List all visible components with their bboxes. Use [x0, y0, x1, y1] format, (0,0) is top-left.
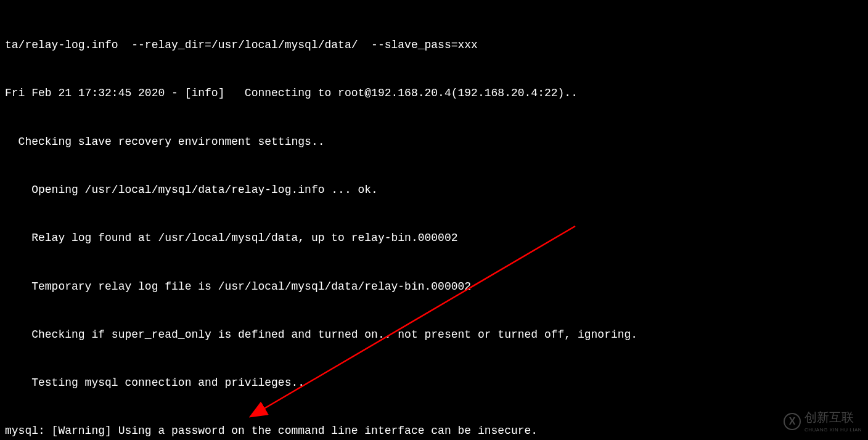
terminal-line: mysql: [Warning] Using a password on the… [5, 423, 863, 439]
terminal-line: Relay log found at /usr/local/mysql/data… [5, 230, 863, 246]
watermark: X 创新互联 CHUANG XIN HU LIAN [784, 409, 862, 434]
terminal-line: ta/relay-log.info --relay_dir=/usr/local… [5, 37, 863, 53]
terminal-line: Checking slave recovery environment sett… [5, 134, 863, 150]
terminal-line: Testing mysql connection and privileges.… [5, 375, 863, 391]
watermark-subtext: CHUANG XIN HU LIAN [805, 426, 862, 434]
terminal-output: ta/relay-log.info --relay_dir=/usr/local… [5, 5, 863, 440]
watermark-icon: X [784, 413, 801, 430]
watermark-text: 创新互联 [805, 409, 862, 426]
terminal-line: Fri Feb 21 17:32:45 2020 - [info] Connec… [5, 85, 863, 101]
terminal-line: Checking if super_read_only is defined a… [5, 327, 863, 343]
terminal-line: Temporary relay log file is /usr/local/m… [5, 279, 863, 295]
terminal-line: Opening /usr/local/mysql/data/relay-log.… [5, 182, 863, 198]
